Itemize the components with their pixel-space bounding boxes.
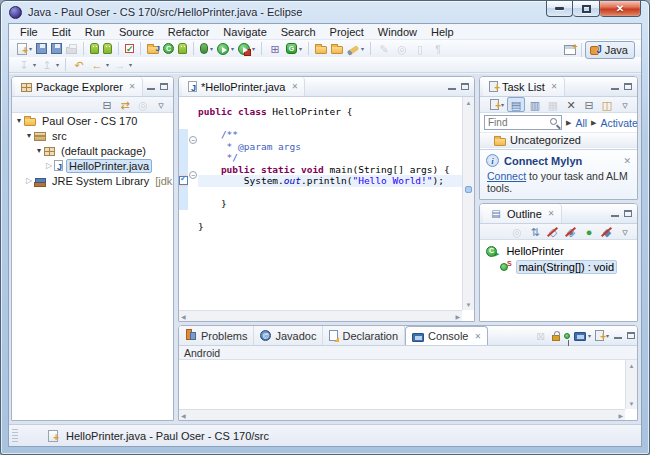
- show-source-button[interactable]: ✎: [376, 41, 392, 56]
- dismiss-icon[interactable]: ✕: [623, 156, 631, 166]
- new-java-class-button[interactable]: [162, 41, 175, 56]
- new-task-button[interactable]: ▾: [489, 97, 505, 112]
- outline-item-main[interactable]: Smain(String[]) : void: [480, 259, 637, 275]
- window-maximize-button[interactable]: [573, 1, 600, 17]
- code-text[interactable]: * @param args: [198, 141, 462, 153]
- forward-button[interactable]: →▾: [112, 57, 133, 72]
- code-text[interactable]: */: [198, 152, 462, 164]
- menu-help[interactable]: Help: [424, 26, 461, 38]
- run-button[interactable]: ▾: [216, 41, 235, 56]
- close-view-icon[interactable]: ✕: [551, 82, 558, 91]
- collapsed-arrow-icon[interactable]: ▷: [24, 176, 34, 185]
- link-with-editor-button[interactable]: ⇄: [117, 97, 133, 112]
- sort-button[interactable]: ⇅: [527, 224, 543, 239]
- outline-item-class[interactable]: ▶HelloPrinter: [480, 243, 637, 259]
- minimize-view-button[interactable]: [611, 215, 619, 217]
- menu-navigate[interactable]: Navigate: [216, 26, 273, 38]
- outline-tab[interactable]: ▤ Outline ✕: [483, 204, 562, 223]
- next-annotation-button[interactable]: ↧▾: [16, 57, 37, 72]
- focus-on-active-task-button[interactable]: ◎: [135, 97, 151, 112]
- save-all-button[interactable]: [50, 41, 63, 56]
- clear-console-button[interactable]: ⊠: [533, 328, 549, 343]
- editor-tab[interactable]: *HelloPrinter.java ✕: [182, 77, 305, 96]
- connect-link[interactable]: Connect: [487, 170, 526, 182]
- package-explorer-tab[interactable]: Package Explorer ✕: [15, 77, 143, 96]
- find-input[interactable]: [486, 116, 549, 129]
- focus-button[interactable]: ◎: [509, 224, 525, 239]
- collapsed-arrow-icon[interactable]: ▷: [44, 161, 54, 170]
- tree-item-jre-library[interactable]: ▷JRE System Library[jdk1.7.0_25]: [12, 173, 173, 188]
- menu-source[interactable]: Source: [112, 26, 161, 38]
- tree-item-project[interactable]: ▾Paul Oser - CS 170: [12, 113, 173, 128]
- view-menu-button[interactable]: ▿: [617, 224, 633, 239]
- tab-console[interactable]: Console✕: [405, 326, 488, 345]
- search-button[interactable]: ▾: [346, 41, 365, 56]
- save-button[interactable]: [35, 41, 48, 56]
- menu-project[interactable]: Project: [323, 26, 371, 38]
- new-java-project-button[interactable]: [146, 41, 160, 56]
- minimize-editor-button[interactable]: [448, 88, 456, 90]
- status-icon[interactable]: [48, 430, 58, 442]
- tree-item-src[interactable]: ▾src: [12, 128, 173, 143]
- maximize-view-button[interactable]: [160, 83, 168, 90]
- collapse-all-button[interactable]: ⊟: [581, 97, 597, 112]
- tab-problems[interactable]: Problems: [179, 326, 254, 345]
- maximize-editor-button[interactable]: [461, 83, 469, 90]
- open-project-button[interactable]: [330, 41, 344, 56]
- java-perspective-button[interactable]: Java: [585, 41, 635, 59]
- menu-file[interactable]: File: [13, 26, 45, 38]
- close-view-icon[interactable]: ✕: [548, 209, 555, 218]
- coverage-button[interactable]: ▾: [285, 41, 303, 56]
- android-avd-manager-button[interactable]: [102, 41, 113, 56]
- minimize-view-button[interactable]: [147, 88, 155, 90]
- code-text[interactable]: public static void main(String[] args) {: [198, 164, 462, 176]
- view-menu-button[interactable]: ▿: [153, 97, 169, 112]
- close-view-icon[interactable]: ✕: [129, 82, 136, 91]
- menu-search[interactable]: Search: [274, 26, 323, 38]
- scroll-left-icon[interactable]: ◀: [181, 313, 186, 320]
- scroll-marker[interactable]: [465, 186, 472, 193]
- collapse-all-button[interactable]: ⊟: [99, 97, 115, 112]
- scroll-down-icon[interactable]: ▼: [463, 299, 474, 310]
- delete-task-button[interactable]: ✕: [563, 97, 579, 112]
- editor-horizontal-scrollbar[interactable]: ◀ ▶: [179, 310, 462, 321]
- drag-grip[interactable]: [12, 429, 18, 443]
- console-output[interactable]: ▲ ▼ ◀ ▶: [179, 360, 637, 420]
- menu-window[interactable]: Window: [371, 26, 424, 38]
- editor-overview-ruler[interactable]: ▲ ▼: [462, 97, 474, 310]
- hide-fields-button[interactable]: ◇: [545, 224, 561, 239]
- expanded-arrow-icon[interactable]: ▾: [34, 146, 44, 155]
- window-minimize-button[interactable]: [546, 1, 573, 17]
- activate-link[interactable]: Activate...: [600, 117, 637, 129]
- hide-static-members-button[interactable]: ◈: [563, 224, 579, 239]
- print-button[interactable]: [65, 41, 78, 56]
- scheduled-view-button[interactable]: ▦: [545, 97, 561, 112]
- code-text[interactable]: [198, 187, 462, 199]
- tree-item-default-package[interactable]: ▾(default package): [12, 143, 173, 158]
- current-code-line[interactable]: System.out.println("Hello World!");: [198, 175, 462, 187]
- code-text[interactable]: [198, 210, 462, 222]
- tree-view-button[interactable]: ▥: [527, 97, 543, 112]
- show-whitespace-button[interactable]: ▯: [412, 41, 428, 56]
- code-text[interactable]: /**: [198, 129, 462, 141]
- expanded-arrow-icon[interactable]: ▾: [14, 116, 24, 125]
- code-area[interactable]: public class HelloPrinter { − /** * @par…: [179, 97, 462, 310]
- maximize-view-button[interactable]: [627, 332, 635, 339]
- console-horizontal-scrollbar[interactable]: ◀ ▶: [179, 409, 625, 420]
- word-wrap-button[interactable]: ¶: [430, 41, 446, 56]
- scroll-left-icon[interactable]: ◀: [181, 412, 186, 419]
- scroll-up-icon[interactable]: ▲: [463, 97, 474, 108]
- pin-console-button[interactable]: [563, 328, 571, 343]
- minimize-view-button[interactable]: [611, 88, 619, 90]
- code-text[interactable]: public class HelloPrinter {: [198, 106, 462, 118]
- task-list-tab[interactable]: Task List ✕: [483, 77, 565, 96]
- code-text[interactable]: }: [198, 221, 462, 233]
- hide-local-types-button[interactable]: ◆: [599, 224, 615, 239]
- scroll-up-icon[interactable]: ▲: [626, 360, 637, 371]
- scroll-lock-button[interactable]: [551, 328, 561, 343]
- debug-button[interactable]: ▾: [199, 41, 214, 56]
- filter-all-link[interactable]: All: [575, 117, 587, 129]
- android-sdk-manager-button[interactable]: [89, 41, 100, 56]
- open-console-button[interactable]: ▾: [594, 328, 610, 343]
- maximize-view-button[interactable]: [624, 210, 632, 217]
